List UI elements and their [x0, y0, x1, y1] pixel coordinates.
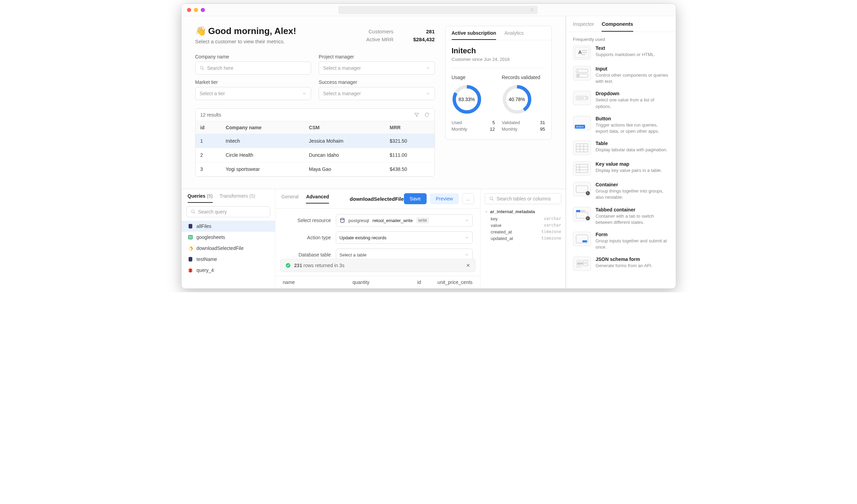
tab-transformers[interactable]: Transformers (5): [220, 193, 255, 203]
tab-general[interactable]: General: [282, 194, 299, 204]
chevron-down-icon: [426, 66, 430, 70]
component-json-schema-form[interactable]: JSONJSON schema formGenerate forms from …: [573, 256, 669, 271]
filter-icon[interactable]: [414, 112, 419, 118]
minimize-dot[interactable]: [194, 8, 198, 12]
svg-line-20: [492, 199, 493, 201]
sm-label: Success manager: [319, 79, 435, 85]
table-row[interactable]: 1InitechJessica Mohaim$321.50: [196, 134, 435, 148]
query-search-input[interactable]: Search query: [186, 206, 270, 217]
resource-label: Select resource: [283, 218, 331, 223]
button-icon: Action: [573, 116, 591, 130]
sm-select[interactable]: Select a manager: [319, 87, 435, 100]
kvm-icon: [573, 161, 591, 176]
schema-table[interactable]: ar_internal_metadata: [485, 208, 561, 216]
action-label: Action type: [283, 235, 331, 240]
query-item-downloadSelectedFile[interactable]: downloadSelectedFile: [182, 243, 275, 254]
svg-rect-12: [189, 236, 190, 237]
svg-rect-37: [576, 164, 588, 173]
pm-select[interactable]: Select a manager: [319, 62, 435, 75]
component-dropdown[interactable]: DropdownSelect one value from a list of …: [573, 91, 669, 109]
svg-point-17: [340, 218, 344, 220]
detail-card: Active subscription Analytics Initech Cu…: [445, 26, 552, 140]
svg-text:A: A: [578, 50, 582, 55]
schema-column[interactable]: keyvarchar: [491, 216, 561, 222]
top-search[interactable]: [338, 6, 538, 14]
records-label: Records validated: [502, 75, 545, 80]
query-toast: 231 rows returned in 3s ✕: [280, 259, 475, 272]
tab-queries[interactable]: Queries (5): [188, 193, 213, 203]
toast-close-icon[interactable]: ✕: [466, 263, 470, 268]
col-company[interactable]: Company name: [221, 121, 304, 134]
schema-column[interactable]: updated_attimezone: [491, 235, 561, 242]
more-button[interactable]: …: [462, 193, 474, 204]
svg-rect-50: [583, 264, 588, 266]
company-search-input[interactable]: Search here: [195, 62, 311, 75]
svg-rect-46: [582, 240, 587, 242]
svg-point-2: [200, 66, 203, 69]
tabbed-icon: +: [573, 207, 591, 221]
tab-inspector[interactable]: Inspector: [573, 21, 594, 32]
component-key-value-map[interactable]: Key value mapDisplay key value pairs in …: [573, 161, 669, 176]
col-csm[interactable]: CSM: [304, 121, 385, 134]
results-table: id Company name CSM MRR 1InitechJessica …: [196, 121, 435, 176]
usage-donut: 83.33%: [452, 84, 482, 114]
schema-column[interactable]: valuevarchar: [491, 222, 561, 229]
fire-icon: [188, 245, 193, 251]
save-button[interactable]: Save: [404, 193, 427, 204]
postgres-icon: [340, 218, 345, 223]
svg-line-1: [532, 10, 534, 11]
tab-components[interactable]: Components: [602, 21, 633, 32]
svg-point-8: [191, 210, 194, 213]
query-item-testName[interactable]: testName: [182, 254, 275, 265]
tab-active-subscription[interactable]: Active subscription: [452, 30, 496, 40]
tab-analytics[interactable]: Analytics: [504, 30, 524, 40]
query-item-googlesheets[interactable]: googlesheets: [182, 232, 275, 243]
header-stats: Customers281 Active MRR$284,432: [366, 26, 435, 54]
usage-label: Usage: [452, 75, 495, 80]
form-icon: [573, 232, 591, 246]
component-text[interactable]: ATextSupports markdown or HTML.: [573, 45, 669, 60]
col-id[interactable]: id: [196, 121, 221, 134]
tab-advanced[interactable]: Advanced: [306, 194, 329, 204]
svg-rect-13: [190, 236, 191, 237]
svg-point-19: [490, 197, 492, 200]
svg-rect-44: [581, 210, 585, 212]
svg-text:I: I: [578, 69, 578, 73]
component-table[interactable]: TableDisplay tabular data with paginatio…: [573, 141, 669, 155]
table-row[interactable]: 2Circle HealthDuncan Idaho$111.00: [196, 148, 435, 162]
preview-button[interactable]: Preview: [430, 193, 459, 204]
query-item-allFiles[interactable]: allFiles: [182, 221, 275, 232]
query-item-query_4[interactable]: query_4: [182, 265, 275, 276]
resource-select[interactable]: postgresql retool_emailer_write write: [336, 214, 473, 227]
dbtable-label: Database table: [283, 252, 331, 258]
container-icon: +: [573, 182, 591, 196]
search-icon: [530, 8, 534, 12]
svg-rect-28: [576, 74, 588, 77]
svg-text:JSON: JSON: [577, 262, 583, 265]
component-button[interactable]: ActionButtonTrigger actions like run que…: [573, 116, 669, 134]
dropdown-icon: [573, 91, 591, 105]
action-select[interactable]: Update existing records: [336, 231, 473, 244]
window-titlebar: [182, 4, 676, 16]
records-donut: 40.78%: [502, 84, 532, 114]
chevron-down-icon: [465, 218, 469, 222]
text-icon: A: [573, 45, 591, 60]
component-container[interactable]: +ContainerGroup things together into gro…: [573, 182, 669, 200]
component-input[interactable]: IInputControl other components or querie…: [573, 66, 669, 85]
component-form[interactable]: FormGroup inputs together and submit at …: [573, 232, 669, 250]
schema-column[interactable]: created_attimezone: [491, 229, 561, 235]
table-row[interactable]: 3Yogi sportswearMaya Gao$438.50: [196, 162, 435, 176]
col-mrr[interactable]: MRR: [385, 121, 435, 134]
result-columns: name quantity id unit_price_cents: [275, 276, 480, 288]
component-tabbed-container[interactable]: +Tabbed containerContainer with a tab to…: [573, 207, 669, 226]
chevron-down-icon: [465, 235, 469, 240]
refresh-icon[interactable]: [424, 112, 430, 118]
svg-line-3: [202, 69, 204, 70]
maximize-dot[interactable]: [201, 8, 205, 12]
tier-select[interactable]: Select a tier: [195, 87, 311, 100]
chevron-down-icon: [426, 91, 430, 96]
schema-search-input[interactable]: Search tables or columns: [485, 193, 561, 204]
redis-icon: [188, 267, 193, 273]
close-dot[interactable]: [187, 8, 191, 12]
detail-title: Initech: [452, 46, 545, 55]
